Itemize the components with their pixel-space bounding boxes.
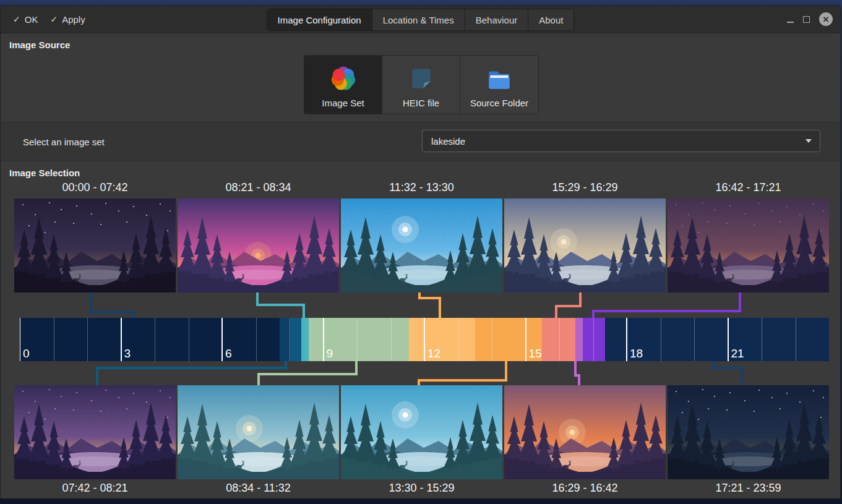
timeline-hour-label: 18 xyxy=(630,348,643,359)
connector-line xyxy=(257,373,260,385)
timeline-hour-label: 15 xyxy=(529,348,542,359)
timeline-segment-1642[interactable] xyxy=(583,318,604,361)
wallpaper-thumbnail-top-3[interactable] xyxy=(341,199,502,293)
connector-line xyxy=(303,304,305,318)
timeline-tick xyxy=(458,318,459,361)
timeline-bar: 036912151821 xyxy=(20,318,829,361)
timeline-tick xyxy=(290,318,290,361)
connector-line xyxy=(418,379,420,385)
timeline-tick xyxy=(20,318,20,361)
app-window: ✓ OK ✓ Apply Image Configuration Locatio… xyxy=(0,5,841,499)
timeline-tick xyxy=(762,318,762,361)
timeline-tick xyxy=(694,318,695,361)
wallpaper-thumbnail-bottom-2[interactable] xyxy=(178,385,339,479)
connector-line xyxy=(555,305,557,318)
wallpaper-thumbnail-bottom-4[interactable] xyxy=(504,385,666,479)
time-range-label-top-1: 00:00 - 07:42 xyxy=(14,181,176,194)
timeline-hour-label: 3 xyxy=(124,348,131,359)
connector-line xyxy=(96,367,287,369)
timeline-tick xyxy=(221,318,223,361)
connector-line xyxy=(256,304,305,306)
time-range-label-top-3: 11:32 - 13:30 xyxy=(341,181,502,194)
connector-line xyxy=(96,367,98,385)
connector-line xyxy=(592,310,741,312)
connector-line xyxy=(418,297,441,299)
timeline-segment-1629[interactable] xyxy=(575,318,583,361)
wallpaper-thumbnail-top-2[interactable] xyxy=(178,199,339,293)
time-range-label-top-2: 08:21 - 08:34 xyxy=(178,181,339,194)
connector-line xyxy=(90,311,135,314)
timeline-segment-0821[interactable] xyxy=(301,318,309,361)
timeline-tick xyxy=(525,318,526,361)
wallpaper-thumbnail-bottom-1[interactable] xyxy=(14,385,176,479)
timeline-tick xyxy=(559,318,560,361)
timeline-tick xyxy=(189,318,189,361)
time-range-label-top-5: 16:42 - 17:21 xyxy=(668,181,829,194)
timeline-tick xyxy=(256,318,257,361)
timeline-tick xyxy=(728,318,729,361)
timeline-segment-0742[interactable] xyxy=(280,318,301,361)
timeline-tick xyxy=(626,318,627,361)
wallpaper-thumbnail-top-4[interactable] xyxy=(504,199,666,293)
timeline-segment-1132[interactable] xyxy=(409,318,475,361)
connector-line xyxy=(257,373,358,375)
time-range-label-bottom-2: 08:34 - 11:32 xyxy=(178,482,339,495)
timeline-segment-0000[interactable] xyxy=(20,318,280,361)
wallpaper-thumbnail-top-1[interactable] xyxy=(14,199,176,293)
time-range-label-bottom-1: 07:42 - 08:21 xyxy=(14,482,176,495)
timeline-hour-label: 12 xyxy=(427,348,440,359)
connector-line xyxy=(418,379,507,382)
timeline-tick xyxy=(593,318,594,361)
wallpaper-thumbnail-bottom-3[interactable] xyxy=(341,385,502,479)
image-selection-area: 00:00 - 07:42 08:21 - 08:34 xyxy=(1,6,840,498)
connector-line xyxy=(741,367,744,385)
time-range-label-top-4: 15:29 - 16:29 xyxy=(504,181,666,194)
connector-line xyxy=(592,310,595,318)
connector-line xyxy=(90,293,92,314)
connector-line xyxy=(132,311,135,318)
connector-line xyxy=(555,305,582,307)
timeline-tick xyxy=(796,318,796,361)
timeline-hour-label: 9 xyxy=(327,348,333,359)
timeline-tick xyxy=(661,318,661,361)
time-range-label-bottom-5: 17:21 - 23:59 xyxy=(668,482,829,495)
connector-line xyxy=(578,374,580,385)
timeline-tick xyxy=(424,318,425,361)
timeline-hour-label: 0 xyxy=(23,348,30,359)
time-range-label-bottom-3: 13:30 - 15:29 xyxy=(341,482,502,495)
timeline-tick xyxy=(121,318,122,361)
connector-line xyxy=(712,367,744,369)
wallpaper-thumbnail-bottom-5[interactable] xyxy=(668,385,829,479)
timeline-tick xyxy=(155,318,155,361)
timeline-hour-label: 6 xyxy=(225,348,232,359)
timeline-tick xyxy=(323,318,324,361)
timeline-tick xyxy=(54,318,54,361)
timeline-tick xyxy=(492,318,492,361)
timeline-tick xyxy=(357,318,358,361)
timeline-tick xyxy=(87,318,88,361)
timeline-hour-label: 21 xyxy=(731,348,744,359)
connector-line xyxy=(439,297,441,318)
timeline-tick xyxy=(391,318,392,361)
time-range-label-bottom-4: 16:29 - 16:42 xyxy=(504,482,666,495)
wallpaper-thumbnail-top-5[interactable] xyxy=(668,199,829,293)
